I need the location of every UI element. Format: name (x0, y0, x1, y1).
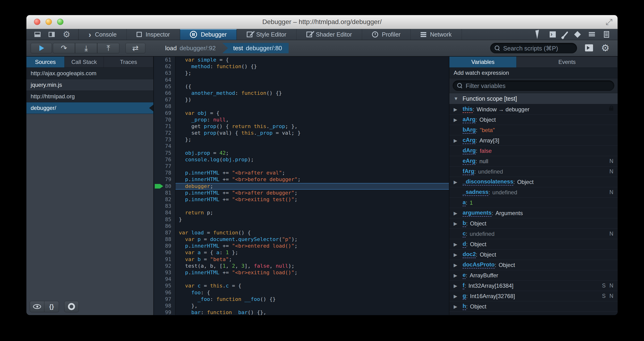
gutter-line-number[interactable]: 85 (154, 216, 175, 223)
gutter-line-number[interactable]: 71 (154, 123, 175, 130)
tab-debugger[interactable]: Debugger (180, 29, 237, 40)
toggle-panes-button[interactable] (585, 44, 593, 52)
variable-name[interactable]: _sadness (462, 189, 488, 196)
code-line[interactable]: p.innerHTML += "<br>after eval"; (176, 170, 449, 176)
titlebar[interactable]: Debugger – http://htmlpad.org/debugger/ … (26, 15, 618, 29)
variable-name[interactable]: b (462, 220, 466, 227)
variable-value[interactable]: Object (480, 252, 496, 258)
gutter-line-number[interactable]: 98 (154, 302, 175, 309)
code-line[interactable]: } (176, 216, 449, 223)
code-line[interactable]: var obj = { (176, 110, 449, 116)
code-line[interactable] (176, 163, 449, 170)
split-console-icon[interactable] (550, 31, 556, 38)
resume-button[interactable] (31, 43, 52, 53)
search-scripts-input[interactable] (503, 43, 574, 54)
code-line[interactable]: return p; (176, 210, 449, 216)
gutter-line-number[interactable]: 61 (154, 56, 175, 63)
tilt-3d-icon[interactable] (574, 31, 581, 38)
code-line[interactable]: p.innerHTML += "<br>exiting test()"; (176, 196, 449, 203)
variables-tab-variables[interactable]: Variables (450, 56, 516, 68)
variable-row[interactable]: ▶f:Int32Array[16384]SN (450, 281, 618, 291)
gutter-line-number[interactable]: 91 (154, 256, 175, 263)
variable-name[interactable]: dArg (462, 147, 476, 154)
step-in-button[interactable]: ⤓ (75, 43, 97, 53)
code-line[interactable]: foo: { (176, 289, 449, 296)
paintbrush-icon[interactable] (562, 31, 568, 38)
variable-name[interactable]: f (462, 282, 464, 289)
step-over-button[interactable]: ↷ (53, 43, 75, 53)
variable-value[interactable]: undefined (492, 189, 517, 196)
expand-arrow-icon[interactable]: ▶ (454, 304, 457, 310)
expand-arrow-icon[interactable]: ▶ (454, 272, 457, 278)
gutter-line-number[interactable]: 67 (154, 96, 175, 103)
gutter-line-number[interactable]: 77 (154, 163, 175, 170)
code-line[interactable]: obj.prop = 42; (176, 150, 449, 156)
add-watch-expression[interactable]: Add watch expression (450, 68, 618, 78)
source-group[interactable]: http://ajax.googleapis.com (26, 68, 153, 79)
code-line[interactable]: p.innerHTML += "<br>entered load()"; (176, 243, 449, 249)
scratchpad-icon[interactable] (604, 31, 609, 38)
tab-style-editor[interactable]: Style Editor (237, 29, 296, 40)
code-line[interactable] (176, 143, 449, 150)
gutter-line-number[interactable]: 66 (154, 90, 175, 96)
responsive-mode-icon[interactable] (589, 32, 595, 37)
expand-arrow-icon[interactable]: ▶ (454, 283, 457, 289)
gutter-line-number[interactable]: 82 (154, 196, 175, 203)
code-line[interactable]: set prop(val) { this._prop = val; } (176, 130, 449, 136)
gutter-line-number[interactable]: 97 (154, 296, 175, 302)
code-line[interactable]: console.log(obj.prop); (176, 156, 449, 163)
fullscreen-icon[interactable]: ⤢ (606, 17, 612, 27)
variable-name[interactable]: _disconsolateness (462, 178, 513, 186)
code-line[interactable]: bar: function _bar() {}, (176, 309, 449, 315)
variable-value[interactable]: Object (470, 220, 486, 227)
variable-name[interactable]: eArg (462, 158, 476, 165)
code-line[interactable]: var a = { a: 1 }; (176, 249, 449, 256)
variable-value[interactable]: Int16Array[32768] (470, 293, 515, 300)
variable-row[interactable]: fArg:undefinedN (450, 166, 618, 177)
toggle-tracing-button[interactable] (64, 301, 79, 312)
gutter-line-number[interactable]: 79 (154, 176, 175, 183)
variable-name[interactable]: fArg (462, 168, 474, 175)
code-line[interactable]: another_method: function() {} (176, 90, 449, 96)
variable-row[interactable]: ▶d:Object (450, 239, 618, 250)
variable-name[interactable]: cArg (462, 137, 476, 144)
gutter-line-number[interactable]: 76 (154, 156, 175, 163)
gutter-line-number[interactable]: 72 (154, 130, 175, 136)
scope-header[interactable]: ▼ Function scope [test] (450, 93, 618, 104)
gutter-line-number[interactable]: 90 (154, 249, 175, 256)
code-line[interactable] (176, 276, 449, 282)
variable-name[interactable]: e (462, 272, 466, 279)
variable-value[interactable]: Arguments (496, 210, 523, 216)
gutter-line-number[interactable]: 94 (154, 276, 175, 282)
code-line[interactable]: }, (176, 302, 449, 309)
gutter-line-number[interactable]: 74 (154, 143, 175, 150)
variable-name[interactable]: this (462, 106, 473, 113)
code-line[interactable] (176, 223, 449, 230)
variable-value[interactable]: Object (470, 241, 486, 248)
variable-row[interactable]: c:undefinedN (450, 229, 618, 239)
variable-value[interactable]: Int32Array[16384] (468, 282, 514, 289)
gutter-line-number[interactable]: 92 (154, 263, 175, 269)
tab-network[interactable]: Network (411, 29, 462, 40)
variable-row[interactable]: ▶e:ArrayBuffer (450, 270, 618, 281)
code-line[interactable]: }; (176, 136, 449, 143)
tab-inspector[interactable]: Inspector (127, 29, 180, 40)
variable-row[interactable]: ▶b:Object (450, 218, 618, 229)
gutter-line-number[interactable]: 93 (154, 269, 175, 276)
step-out-button[interactable]: ⤒ (97, 43, 119, 53)
variable-value[interactable]: 1 (470, 200, 473, 206)
code-line[interactable]: p.innerHTML += "<br>before debugger"; (176, 176, 449, 183)
expand-arrow-icon[interactable]: ▶ (454, 117, 457, 123)
code-line[interactable] (176, 77, 449, 83)
gutter-line-number[interactable]: 62 (154, 63, 175, 70)
code-line[interactable]: method: function() {} (176, 63, 449, 70)
code-line[interactable]: var c = this.c = { (176, 282, 449, 289)
source-group[interactable]: http://htmlpad.org (26, 91, 153, 102)
code-line[interactable] (176, 103, 449, 110)
gutter-line-number[interactable]: 84 (154, 210, 175, 216)
code-line[interactable]: var b = "beta"; (176, 256, 449, 263)
expand-arrow-icon[interactable]: ▶ (454, 179, 457, 185)
gutter-line-number[interactable]: 70 (154, 116, 175, 123)
gutter-line-number[interactable]: 87 (154, 230, 175, 236)
variable-row[interactable]: ▶this:Window → debugger (450, 104, 618, 114)
